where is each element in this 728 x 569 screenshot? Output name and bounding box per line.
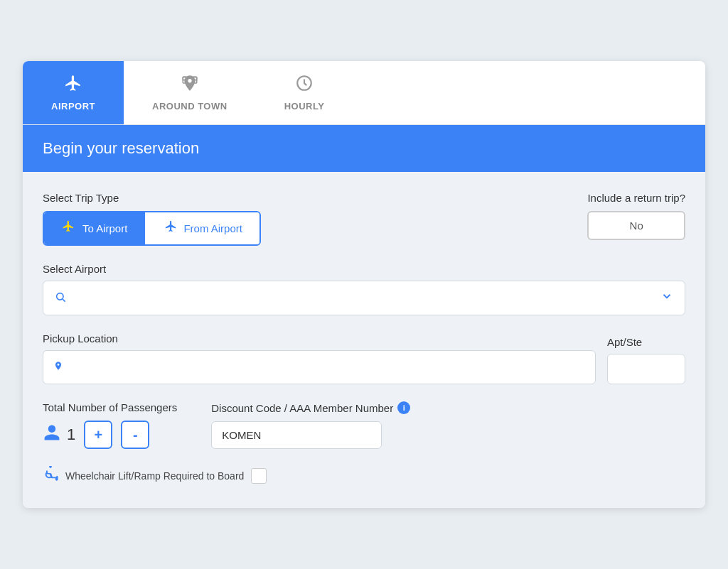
hourly-tab-icon (295, 74, 314, 97)
pin-icon (53, 359, 63, 375)
pickup-input-wrapper (43, 350, 596, 384)
pickup-apt-section: Apt/Ste (607, 336, 685, 384)
trip-type-label: Select Trip Type (43, 192, 261, 204)
svg-line-6 (63, 299, 65, 302)
discount-section: Discount Code / AAA Member Number i (211, 401, 410, 449)
info-icon: i (397, 401, 410, 414)
wheelchair-checkbox-wrapper[interactable] (251, 468, 267, 484)
passengers-controls: 1 + - (43, 421, 177, 449)
discount-input[interactable] (211, 421, 382, 449)
form-title: Begin your reservation (43, 139, 685, 158)
trip-type-buttons: To Airport From Airport (43, 211, 261, 246)
add-passenger-button[interactable]: + (84, 421, 112, 449)
trip-type-section: Select Trip Type To Airport (43, 192, 261, 246)
airport-chevron-icon (660, 290, 673, 306)
airport-search-icon (55, 291, 66, 305)
passengers-label: Total Number of Passengers (43, 401, 177, 413)
airport-dropdown[interactable] (43, 281, 685, 315)
passenger-display: 1 (43, 423, 75, 446)
pickup-label: Pickup Location (43, 332, 596, 345)
pickup-row: Pickup Location Apt/Ste (43, 332, 685, 384)
to-airport-button[interactable]: To Airport (44, 212, 144, 244)
form-body: Select Trip Type To Airport (23, 172, 705, 508)
tabs-bar: AIRPORT AROUND TOWN HOURLY (23, 61, 705, 125)
from-airport-button[interactable]: From Airport (144, 212, 259, 244)
around-town-tab-icon (181, 74, 199, 97)
wheelchair-icon (43, 466, 58, 485)
from-airport-icon (162, 221, 178, 236)
wheelchair-label: Wheelchair Lift/Ramp Required to Board (65, 470, 244, 482)
passenger-icon (43, 423, 61, 446)
tab-airport-label: AIRPORT (51, 101, 95, 112)
from-airport-label: From Airport (183, 222, 242, 234)
tab-airport[interactable]: AIRPORT (23, 61, 124, 124)
pickup-main: Pickup Location (43, 332, 596, 384)
discount-label-text: Discount Code / AAA Member Number (211, 402, 393, 414)
airport-tab-icon (64, 74, 82, 97)
to-airport-label: To Airport (82, 222, 127, 234)
apt-input-wrapper (607, 354, 685, 384)
wheelchair-row: Wheelchair Lift/Ramp Required to Board (43, 466, 685, 485)
apt-label: Apt/Ste (607, 336, 685, 348)
airport-select-left (55, 291, 66, 305)
airport-section: Select Airport (43, 263, 685, 315)
passengers-section: Total Number of Passengers 1 + - (43, 401, 177, 449)
trip-type-row: Select Trip Type To Airport (43, 192, 685, 246)
passenger-count: 1 (67, 426, 75, 444)
subtract-passenger-button[interactable]: - (121, 421, 149, 449)
app-container: AIRPORT AROUND TOWN HOURLY (23, 61, 705, 508)
discount-label-row: Discount Code / AAA Member Number i (211, 401, 410, 414)
form-area: Begin your reservation Select Trip Type (23, 125, 705, 508)
return-trip-no-button[interactable]: No (587, 211, 685, 240)
apt-input[interactable] (618, 363, 675, 375)
return-trip-label: Include a return trip? (587, 192, 685, 204)
airport-section-label: Select Airport (43, 263, 685, 275)
tab-around-town-label: AROUND TOWN (152, 101, 228, 112)
tab-hourly[interactable]: HOURLY (256, 61, 353, 124)
tab-hourly-label: HOURLY (284, 101, 325, 112)
tab-around-town[interactable]: AROUND TOWN (124, 61, 256, 124)
svg-point-5 (57, 293, 63, 299)
to-airport-icon (61, 221, 77, 236)
pickup-input[interactable] (69, 362, 585, 374)
form-header: Begin your reservation (23, 125, 705, 172)
bottom-row: Total Number of Passengers 1 + - (43, 401, 685, 449)
return-trip-section: Include a return trip? No (587, 192, 685, 240)
